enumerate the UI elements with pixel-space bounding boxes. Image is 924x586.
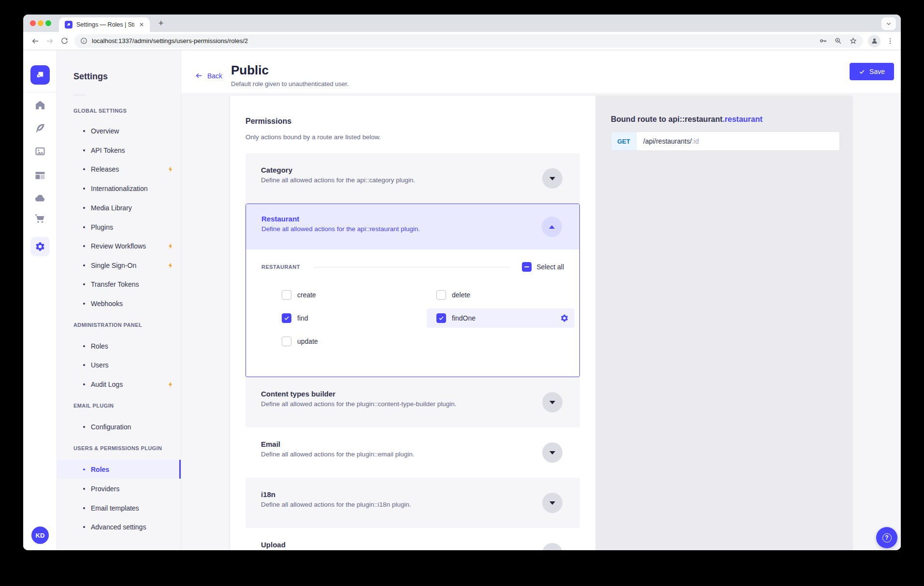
- findone-checkbox[interactable]: [436, 313, 446, 323]
- bullet-icon: [83, 345, 85, 347]
- sidebar-item-single-sign-on[interactable]: Single Sign-On: [83, 260, 174, 271]
- settings-gear-icon[interactable]: [30, 237, 50, 256]
- accordion-desc: Define all allowed actions for the plugi…: [261, 400, 522, 408]
- expand-chevron-icon[interactable]: [542, 392, 563, 412]
- sidebar-item-audit-logs[interactable]: Audit Logs: [83, 379, 174, 390]
- accordion-restaurant-header[interactable]: Restaurant Define all allowed actions fo…: [246, 204, 579, 249]
- forward-nav-icon[interactable]: [43, 34, 57, 48]
- sidebar-item-plugins[interactable]: Plugins: [83, 221, 174, 233]
- back-nav-icon[interactable]: [28, 34, 43, 48]
- deploy-cloud-icon[interactable]: [34, 192, 46, 204]
- marketplace-cart-icon[interactable]: [34, 213, 46, 224]
- save-button[interactable]: Save: [850, 63, 894, 80]
- url-text[interactable]: localhost:1337/admin/settings/users-perm…: [92, 37, 819, 44]
- accordion-email[interactable]: Email Define all allowed actions for the…: [245, 427, 580, 478]
- reload-icon[interactable]: [57, 34, 72, 48]
- action-create[interactable]: create: [272, 285, 427, 305]
- sidebar-item-users[interactable]: Users: [83, 359, 174, 371]
- browser-window: Settings — Roles | Strapi ✕ + localhost:…: [23, 15, 901, 550]
- accordion-category[interactable]: Category Define all allowed actions for …: [245, 153, 580, 204]
- sidebar-item-advanced-settings[interactable]: Advanced settings: [83, 521, 174, 533]
- bullet-icon: [83, 383, 85, 385]
- create-label: create: [297, 291, 316, 299]
- findone-settings-gear-icon[interactable]: [560, 314, 569, 322]
- permissions-title: Permissions: [245, 117, 580, 126]
- browser-profile-avatar[interactable]: [868, 35, 881, 47]
- findone-label: findOne: [452, 314, 476, 322]
- sidebar-item-transfer-tokens[interactable]: Transfer Tokens: [83, 278, 174, 290]
- sidebar-item-up-roles-active[interactable]: Roles: [57, 460, 181, 479]
- lightning-badge-icon: [167, 381, 174, 388]
- route-input[interactable]: GET /api/restaurants/:id: [611, 132, 840, 151]
- route-path: /api/restaurants/:id: [643, 137, 699, 145]
- close-window-button[interactable]: [30, 20, 36, 26]
- rail-divider: [23, 92, 57, 92]
- accordion-restaurant-expanded: Restaurant Define all allowed actions fo…: [245, 204, 580, 377]
- sidebar-item-configuration[interactable]: Configuration: [83, 421, 174, 433]
- expand-chevron-icon[interactable]: [542, 442, 563, 463]
- find-checkbox[interactable]: [282, 313, 291, 323]
- accordion-desc: Define all allowed actions for the api::…: [261, 225, 521, 233]
- accordion-upload[interactable]: Upload: [245, 528, 580, 550]
- sidebar-item-webhooks[interactable]: Webhooks: [83, 298, 174, 309]
- sidebar-item-admin-roles[interactable]: Roles: [83, 340, 174, 352]
- user-avatar[interactable]: KD: [31, 527, 49, 544]
- sidebar-item-review-workflows[interactable]: Review Workflows: [83, 240, 174, 252]
- bullet-icon: [83, 283, 85, 285]
- sidebar-item-overview[interactable]: Overview: [83, 125, 174, 137]
- password-key-icon[interactable]: [819, 37, 827, 45]
- back-link[interactable]: Back: [195, 72, 222, 80]
- accordion-desc: Define all allowed actions for the api::…: [261, 176, 522, 184]
- action-find[interactable]: find: [272, 308, 427, 328]
- delete-checkbox[interactable]: [436, 290, 446, 300]
- action-findone[interactable]: findOne: [427, 308, 575, 328]
- action-update[interactable]: update: [272, 332, 427, 351]
- bullet-icon: [83, 303, 85, 305]
- sidebar-item-releases[interactable]: Releases: [83, 163, 174, 175]
- tab-close-icon[interactable]: ✕: [137, 20, 146, 29]
- create-checkbox[interactable]: [282, 290, 291, 300]
- home-icon[interactable]: [34, 99, 46, 111]
- permissions-panel: Permissions Only actions bound by a rout…: [230, 96, 595, 550]
- zoom-window-button[interactable]: [45, 20, 51, 26]
- new-tab-button[interactable]: +: [155, 17, 167, 29]
- sidebar-item-email-templates[interactable]: Email templates: [83, 502, 174, 514]
- bullet-icon: [83, 207, 85, 209]
- accordion-i18n[interactable]: i18n Define all allowed actions for the …: [245, 478, 580, 528]
- strapi-logo[interactable]: [30, 65, 50, 85]
- tab-search-chevron-icon[interactable]: [881, 17, 896, 30]
- update-checkbox[interactable]: [282, 337, 291, 346]
- bullet-icon: [83, 130, 85, 132]
- collapse-chevron-icon[interactable]: [542, 217, 562, 237]
- action-delete[interactable]: delete: [427, 285, 575, 305]
- zoom-page-icon[interactable]: [834, 37, 842, 45]
- minimize-window-button[interactable]: [38, 20, 43, 26]
- bullet-icon: [83, 364, 85, 366]
- url-bar[interactable]: localhost:1337/admin/settings/users-perm…: [74, 34, 863, 48]
- restaurant-permissions-body: RESTAURANT Select all create: [246, 249, 579, 377]
- help-button[interactable]: ?: [876, 527, 897, 548]
- expand-chevron-icon[interactable]: [542, 168, 563, 189]
- route-param: :id: [692, 137, 699, 145]
- sidebar-item-internationalization[interactable]: Internationalization: [83, 183, 174, 194]
- sidebar-item-api-tokens[interactable]: API Tokens: [83, 145, 174, 156]
- browser-menu-kebab-icon[interactable]: [886, 37, 894, 45]
- expand-chevron-icon[interactable]: [542, 493, 563, 513]
- browser-tab[interactable]: Settings — Roles | Strapi ✕: [59, 17, 150, 32]
- bullet-icon: [83, 188, 85, 190]
- sidebar-item-media-library[interactable]: Media Library: [83, 202, 174, 214]
- bullet-icon: [83, 168, 85, 170]
- strapi-admin: KD Settings GLOBAL SETTINGS Overview API…: [23, 50, 901, 550]
- media-library-icon[interactable]: [34, 146, 46, 157]
- content-type-builder-icon[interactable]: [34, 170, 46, 181]
- bookmark-star-icon[interactable]: [849, 37, 857, 45]
- site-info-icon[interactable]: [80, 37, 87, 44]
- select-all-checkbox[interactable]: [522, 262, 532, 272]
- sidebar-item-providers[interactable]: Providers: [83, 483, 174, 495]
- bullet-icon: [83, 426, 85, 428]
- content-manager-feather-icon[interactable]: [34, 122, 46, 134]
- accordion-content-types-builder[interactable]: Content types builder Define all allowed…: [245, 377, 580, 427]
- accordion-title: Content types builder: [261, 390, 522, 398]
- expand-chevron-icon[interactable]: [542, 543, 563, 550]
- bullet-icon: [83, 245, 85, 247]
